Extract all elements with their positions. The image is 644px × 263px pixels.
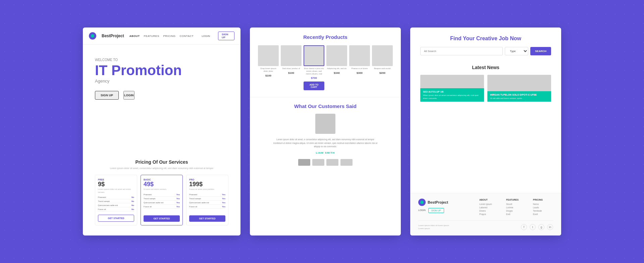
search-input[interactable] (420, 47, 503, 55)
footer-link[interactable]: Temitode (533, 210, 553, 212)
get-started-free[interactable]: GET STARTED (98, 215, 134, 222)
product-image-5 (372, 45, 393, 66)
product-label-2: Etus clamui s prou eni minim oliues, sed… (304, 67, 324, 75)
plan-desc: Fusce sit amet urna porttitor. (189, 188, 225, 191)
hero-login-button[interactable]: LOGIN (123, 91, 135, 100)
pricing-cards: FREE 9$ Lorem ipsum dolor sit amet ad mi… (95, 175, 228, 225)
jobs-top: Find Your Creative Job Now Type SEARCH L… (410, 28, 561, 193)
nav-contact[interactable]: CONTACT (180, 35, 194, 38)
card-products: Recently Products Drop lorem ipsum dolor… (250, 28, 401, 235)
plan-features: Praesent Yes Tincid sampit Yes Quincunci… (144, 194, 180, 212)
footer-link[interactable]: Prayce (479, 213, 499, 215)
social-twitter-icon[interactable]: t (530, 224, 536, 230)
footer-login-btns: LOGIN SIGN UP (418, 208, 452, 213)
feature-row: Quincunciam aulte eni No (98, 204, 134, 207)
footer-col-title-pricing: PRICING (533, 199, 553, 201)
testimonial-text: Lorem ipsum dolor sit amet, e consectetu… (272, 138, 379, 148)
feature-row: Fusce sit Yes (189, 206, 225, 209)
social-google-icon[interactable]: g (538, 224, 544, 230)
feature-row: Praesent Yes (189, 194, 225, 197)
footer-col-about: ABOUT Lorem ipsum Labored Dinero Prayce (479, 199, 499, 216)
product-image-0 (258, 45, 279, 66)
footer-link[interactable]: Exiit (506, 213, 526, 215)
social-linkedin-icon[interactable]: in (547, 224, 553, 230)
search-button[interactable]: SEARCH (530, 47, 551, 55)
product-image-1 (281, 45, 302, 66)
login-link[interactable]: LOGIN (199, 34, 213, 39)
add-to-cart-button[interactable]: ADD TO CART (304, 82, 324, 90)
search-bar: Type SEARCH (420, 47, 551, 55)
footer-link[interactable]: Eveit (533, 213, 553, 215)
news-badge-1: WIREAN TUPELON GOLO DIPOTI E UFBE Ut vit… (487, 91, 551, 102)
footer-col-title-features: FEATURES (506, 199, 526, 201)
footer-col-pricing: PRICING Nemo Lauds Temitode Eveit (533, 199, 553, 216)
news-title: Latest News (420, 65, 551, 70)
product-label-1: Sed olusc produc uf (282, 67, 300, 70)
product-image-2-selected[interactable] (304, 45, 324, 66)
feature-row: Tincid sampit Yes (189, 198, 225, 201)
product-item-3: Adipiscing elit, sed do $340 (326, 45, 347, 90)
products-section: Recently Products Drop lorem ipsum dolor… (250, 28, 401, 97)
news-grid: SED AUTOLUP UB Wlam ipsum duis sit amet … (420, 75, 551, 102)
footer-link[interactable]: Sicurit (506, 203, 526, 205)
feature-row: Tincid sampit Yes (144, 198, 180, 201)
dot-1[interactable] (298, 159, 310, 166)
plan-desc: Lorem ipsum dolor sit amet ad minim veni… (98, 188, 134, 194)
product-label-0: Drop lorem ipsum dolor dolur (258, 67, 279, 73)
get-started-basic[interactable]: GET STARTED (144, 215, 180, 222)
price-value: 199$ (189, 181, 225, 188)
footer-bottom: Lorem ipsum dolor sit lorem ipsum Lorem … (418, 224, 553, 230)
footer-link[interactable]: Nemo (533, 203, 553, 205)
products-title: Recently Products (258, 34, 393, 40)
footer-logo-icon (418, 199, 426, 206)
dot-2[interactable] (312, 159, 324, 166)
price-value: 9$ (98, 181, 134, 188)
product-image-4 (349, 45, 370, 66)
feature-row: Praesent No (98, 196, 134, 199)
dot-4[interactable] (340, 159, 353, 166)
news-badge-title-0: SED AUTOLUP UB (423, 90, 481, 93)
feature-row: Quincunciam aulte eni Yes (144, 202, 180, 205)
hero-signup-button[interactable]: SIGN UP (95, 91, 119, 100)
dot-3[interactable] (326, 159, 338, 166)
footer-signup-button[interactable]: SIGN UP (428, 208, 444, 213)
news-badge-text-0: Wlam ipsum duis sit amet consectetur adi… (423, 94, 481, 100)
feature-row: Quincunciam aulte eni Yes (189, 202, 225, 205)
social-facebook-icon[interactable]: f (521, 224, 527, 230)
footer-login-link[interactable]: LOGIN (418, 208, 426, 213)
testimonial-dots (298, 159, 353, 166)
nav-links: ABOUT FEATURES PRICING CONTACT (129, 35, 194, 38)
footer-link[interactable]: Lauds (533, 206, 553, 209)
logo-icon (89, 32, 96, 40)
footer-logo: BestProject LOGIN SIGN UP (418, 199, 452, 216)
get-started-pro[interactable]: GET STARTED (189, 215, 225, 222)
footer-link[interactable]: Labored (479, 206, 499, 209)
product-item-2: Etus clamui s prou eni minim oliues, sed… (304, 45, 324, 90)
footer-col-features: FEATURES Sicurit Lorimie Divyps Exiit (506, 199, 526, 216)
plan-features: Praesent No Tincid sampit No Quincunciam… (98, 196, 134, 211)
footer-divider (418, 220, 553, 221)
plan-features: Praesent Yes Tincid sampit Yes Quincunci… (189, 194, 225, 212)
product-label-5: Beques and oculol (374, 67, 390, 70)
pricing-section: Pricing Of Our Services Lorem ipsum dolo… (83, 153, 240, 235)
testimonial-title: What Our Customers Said (294, 103, 357, 109)
tier-label: PRO (189, 178, 225, 181)
nav-pricing[interactable]: PRICING (163, 35, 176, 38)
hero-title: IT Promotion (95, 63, 228, 78)
footer-link[interactable]: Divyps (506, 210, 526, 212)
footer-logo-row: BestProject (418, 199, 452, 206)
nav-features[interactable]: FEATURES (144, 35, 159, 38)
signup-button[interactable]: SIGN UP (218, 32, 234, 40)
product-label-4: Praese m et lorem (351, 67, 368, 70)
nav-bar: BestProject ABOUT FEATURES PRICING CONTA… (83, 28, 240, 45)
footer-link[interactable]: Dinero (479, 210, 499, 212)
footer-link[interactable]: Lorem ipsum (479, 203, 499, 205)
footer-section: BestProject LOGIN SIGN UP ABOUT Lorem ip… (410, 193, 561, 235)
hero-section: WELCOME TO IT Promotion Agency SIGN UP L… (83, 45, 240, 153)
footer-link[interactable]: Lorimie (506, 206, 526, 209)
feature-row: Fusce sit Yes (144, 206, 180, 209)
welcome-label: WELCOME TO (95, 58, 228, 62)
footer-columns: ABOUT Lorem ipsum Labored Dinero Prayce … (459, 199, 553, 216)
nav-about[interactable]: ABOUT (129, 35, 140, 38)
type-select[interactable]: Type (505, 47, 528, 55)
